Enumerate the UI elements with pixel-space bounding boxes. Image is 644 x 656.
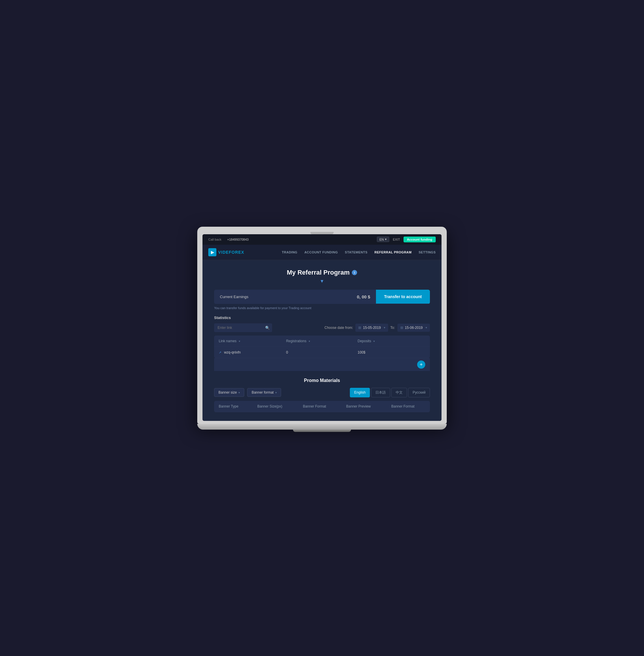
cell-row-action [410,347,430,358]
add-row-button[interactable]: + [417,360,425,369]
callback-label: Call back [208,238,221,241]
nav-statements[interactable]: STATEMENTS [345,250,368,254]
laptop-notch [310,232,334,234]
table-row: ↗ wzq-qnlxfn 0 100$ [214,347,430,358]
transfer-to-account-button[interactable]: Transfer to account [376,290,430,304]
col-deposits[interactable]: Deposits ▾ [353,335,410,347]
nav-settings[interactable]: SETTINGS [419,250,436,254]
laptop-bezel: Call back +18499370843 EN ▾ EXIT Account… [197,227,447,424]
link-arrow-icon: ↗ [219,351,221,354]
nav-links: TRADING ACCOUNT FUNDING STATEMENTS REFER… [282,250,436,254]
cell-deposits: 100$ [353,347,410,358]
banner-col-format2: Banner Format [387,401,430,412]
col-registrations[interactable]: Registrations ▾ [281,335,353,347]
col-link-names[interactable]: Link names ▾ [214,335,281,347]
lang-chevron-icon: ▾ [385,237,387,241]
nav-referral-program[interactable]: REFERRAL PROGRAM [374,250,412,254]
banner-col-format: Banner Format [298,401,341,412]
link-names-sort-icon: ▾ [239,340,240,343]
nav-trading[interactable]: TRADING [282,250,298,254]
main-content: My Referral Program i ▼ Current Earnings… [203,260,441,421]
lang-tab-english[interactable]: English [350,388,370,397]
registrations-sort-icon: ▾ [309,340,310,343]
banner-format-arrow-icon: ▾ [275,391,277,394]
search-icon[interactable]: 🔍 [265,325,270,330]
nav-bar: ▶ VIDEFOREX TRADING ACCOUNT FUNDING STAT… [203,245,441,260]
earnings-value: 0, 00 $ [351,290,376,304]
lang-tab-japanese[interactable]: 日本語 [371,388,390,397]
logo-text: VIDEFOREX [218,250,244,255]
banner-col-type: Banner Type [214,401,253,412]
promo-controls: Banner size ▾ Banner format ▾ English 日本… [214,388,430,397]
table-action-row: + [214,358,430,371]
lang-value: EN [380,238,384,241]
lang-tabs: English 日本語 中文 Русский [350,388,430,397]
promo-title: Promo Materials [214,378,430,383]
date-to-picker[interactable]: ⊞ 15-06-2019 ▾ [397,324,430,332]
lang-tab-russian[interactable]: Русский [408,388,430,397]
laptop-screen: Call back +18499370843 EN ▾ EXIT Account… [203,234,441,421]
earnings-label: Current Earnings [214,290,351,304]
calendar-to-icon: ⊞ [400,326,403,330]
logo: ▶ VIDEFOREX [208,248,244,256]
earnings-row: Current Earnings 0, 00 $ Transfer to acc… [214,290,430,304]
logo-second: FOREX [229,250,244,255]
logo-icon: ▶ [208,248,216,256]
deposits-sort-icon: ▾ [373,340,375,343]
chevron-down-icon: ▼ [214,279,430,284]
exit-button[interactable]: EXIT [393,238,400,241]
statistics-title: Statistics [214,315,430,320]
account-funding-button[interactable]: Account funding [404,237,436,242]
page-title-area: My Referral Program i ▼ [214,269,430,284]
page-title: My Referral Program i [214,269,430,276]
phone-number: +18499370843 [227,238,249,241]
info-icon[interactable]: i [352,270,357,275]
search-input-wrap: 🔍 [214,323,272,332]
logo-first: VIDE [218,250,229,255]
calendar-icon: ⊞ [358,326,361,330]
banner-col-size: Banner Size(px) [253,401,298,412]
lang-tab-chinese[interactable]: 中文 [391,388,407,397]
date-from-label: Choose date from: [324,326,353,330]
banner-size-dropdown[interactable]: Banner size ▾ [214,388,244,397]
stats-controls: 🔍 Choose date from: ⊞ 15-05-2019 ▾ To: ⊞… [214,323,430,332]
cell-registrations: 0 [281,347,353,358]
date-from-value: 15-05-2019 [363,326,381,330]
cell-link-name: ↗ wzq-qnlxfn [214,347,281,358]
search-input[interactable] [214,323,272,332]
banner-size-arrow-icon: ▾ [238,391,240,394]
laptop-wrapper: Call back +18499370843 EN ▾ EXIT Account… [197,227,447,430]
promo-dropdowns: Banner size ▾ Banner format ▾ [214,388,281,397]
top-bar: Call back +18499370843 EN ▾ EXIT Account… [203,234,441,245]
lang-selector[interactable]: EN ▾ [377,237,389,242]
nav-account-funding[interactable]: ACCOUNT FUNDING [304,250,338,254]
laptop-base [197,424,447,430]
stats-table: Link names ▾ Registrations ▾ Deposits ▾ [214,335,430,358]
banner-col-preview: Banner Preview [341,401,386,412]
date-to-label: To: [390,326,395,330]
transfer-hint: You can transfer funds available for pay… [214,306,430,310]
date-from-arrow-icon: ▾ [384,326,385,329]
banner-format-dropdown[interactable]: Banner format ▾ [247,388,281,397]
date-to-value: 15-06-2019 [405,326,423,330]
col-actions [410,335,430,347]
banner-table: Banner Type Banner Size(px) Banner Forma… [214,401,430,412]
date-to-arrow-icon: ▾ [426,326,427,329]
date-controls: Choose date from: ⊞ 15-05-2019 ▾ To: ⊞ 1… [324,324,430,332]
date-from-picker[interactable]: ⊞ 15-05-2019 ▾ [355,324,388,332]
